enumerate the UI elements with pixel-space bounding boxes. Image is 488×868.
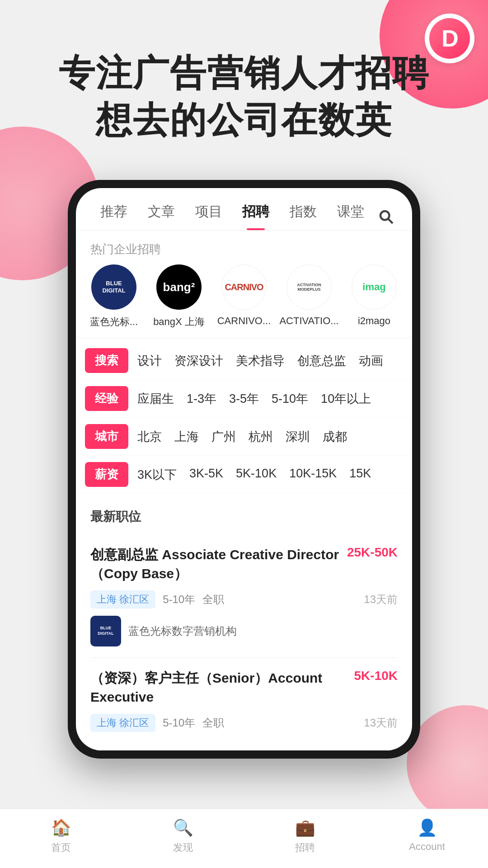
bottom-nav-home[interactable]: 🏠 首页 xyxy=(0,818,122,854)
filter-items-city: 北京 上海 广州 杭州 深圳 成都 xyxy=(137,429,403,445)
company-logo-carnivo: CARNIVO xyxy=(221,264,267,310)
job-card-2-experience: 5-10年 xyxy=(163,716,195,730)
tab-tuijian[interactable]: 推荐 xyxy=(90,203,138,230)
company-item-carnivo[interactable]: CARNIVO CARNIVO... xyxy=(217,264,271,329)
filter-item-animation[interactable]: 动画 xyxy=(359,353,383,369)
bottom-nav-home-label: 首页 xyxy=(51,841,71,854)
hero-line1: 专注广告营销人才招聘 xyxy=(59,53,429,93)
app-logo: D xyxy=(425,14,474,63)
company-logo-i2mago: imag xyxy=(352,264,397,310)
filter-tag-search[interactable]: 搜索 xyxy=(85,348,128,373)
filter-item-below-3k[interactable]: 3K以下 xyxy=(137,467,177,483)
tab-zhaopin[interactable]: 招聘 xyxy=(232,203,280,230)
filter-item-shenzhen[interactable]: 深圳 xyxy=(286,429,310,445)
job-card-2-title-row: （资深）客户主任（Senior）Account Executive 5K-10K xyxy=(90,669,398,707)
company-item-bangx[interactable]: bang² bangX 上海 xyxy=(152,264,206,329)
job-card-2-title: （资深）客户主任（Senior）Account Executive xyxy=(90,669,354,707)
filter-item-art-director[interactable]: 美术指导 xyxy=(236,353,285,369)
filter-item-hangzhou[interactable]: 杭州 xyxy=(249,429,273,445)
account-icon: 👤 xyxy=(417,818,437,837)
filter-item-senior-design[interactable]: 资深设计 xyxy=(174,353,223,369)
job-card-1-company-logo: BLUEDIGITAL xyxy=(90,616,121,646)
bottom-nav-account[interactable]: 👤 Account xyxy=(366,818,488,854)
company-item-i2mago[interactable]: imag i2mago xyxy=(347,264,401,329)
filter-items-search: 设计 资深设计 美术指导 创意总监 动画 xyxy=(137,353,403,369)
jobs-icon: 💼 xyxy=(295,818,315,837)
job-card-1-time: 13天前 xyxy=(364,592,398,607)
filter-item-15k-plus[interactable]: 15K xyxy=(349,467,371,483)
filter-items-experience: 应届生 1-3年 3-5年 5-10年 10年以上 xyxy=(137,391,403,407)
job-card-2-location: 上海 徐汇区 xyxy=(90,714,155,732)
latest-jobs-label: 最新职位 xyxy=(90,508,398,525)
filter-item-1-3yr[interactable]: 1-3年 xyxy=(187,391,216,407)
job-card-1-company-name: 蓝色光标数字营销机构 xyxy=(128,624,237,638)
phone-screen: 推荐 文章 项目 招聘 指数 课堂 xyxy=(76,188,412,750)
hero-title: 专注广告营销人才招聘 想去的公司在数英 xyxy=(27,50,461,144)
filter-item-shanghai[interactable]: 上海 xyxy=(174,429,199,445)
nav-tabs: 推荐 文章 项目 招聘 指数 课堂 xyxy=(76,188,412,231)
filter-item-fresh[interactable]: 应届生 xyxy=(137,391,174,407)
bottom-nav-jobs-label: 招聘 xyxy=(295,841,315,854)
company-name-i2mago: i2mago xyxy=(358,315,390,327)
job-card-1-experience: 5-10年 xyxy=(163,592,195,607)
company-logo-bangx: bang² xyxy=(156,264,202,310)
svg-point-0 xyxy=(380,211,389,220)
job-card-2[interactable]: （资深）客户主任（Senior）Account Executive 5K-10K… xyxy=(90,658,398,750)
company-name-bangx: bangX 上海 xyxy=(153,315,205,329)
hot-companies-label: 热门企业招聘 xyxy=(76,231,412,264)
filter-item-design[interactable]: 设计 xyxy=(137,353,162,369)
company-item-blue-digital[interactable]: BLUEDIGITAL 蓝色光标... xyxy=(87,264,141,329)
phone-mockup: 推荐 文章 项目 招聘 指数 课堂 xyxy=(0,180,488,759)
filter-item-10k-15k[interactable]: 10K-15K xyxy=(289,467,337,483)
app-logo-letter: D xyxy=(429,18,470,59)
filter-item-3k-5k[interactable]: 3K-5K xyxy=(189,467,223,483)
tab-wenzhang[interactable]: 文章 xyxy=(138,203,185,230)
company-name-carnivo: CARNIVO... xyxy=(217,315,271,327)
job-card-1-tags-row: 上海 徐汇区 5-10年 全职 13天前 xyxy=(90,590,398,609)
bottom-nav-jobs[interactable]: 💼 招聘 xyxy=(244,818,366,854)
filter-item-beijing[interactable]: 北京 xyxy=(137,429,162,445)
job-card-2-salary: 5K-10K xyxy=(354,669,398,683)
filter-section: 搜索 设计 资深设计 美术指导 创意总监 动画 经验 应届生 xyxy=(76,338,412,497)
filter-row-search: 搜索 设计 资深设计 美术指导 创意总监 动画 xyxy=(76,342,412,380)
filter-item-chengdu[interactable]: 成都 xyxy=(323,429,347,445)
home-icon: 🏠 xyxy=(51,818,71,837)
filter-row-experience: 经验 应届生 1-3年 3-5年 5-10年 10年以上 xyxy=(76,380,412,418)
bottom-nav-account-label: Account xyxy=(409,841,445,853)
discover-icon: 🔍 xyxy=(173,818,193,837)
filter-row-salary: 薪资 3K以下 3K-5K 5K-10K 10K-15K 15K xyxy=(76,456,412,494)
bottom-nav: 🏠 首页 🔍 发现 💼 招聘 👤 Account xyxy=(0,809,488,868)
tab-xiangmu[interactable]: 项目 xyxy=(185,203,232,230)
tab-zhishu[interactable]: 指数 xyxy=(280,203,327,230)
filter-tag-salary[interactable]: 薪资 xyxy=(85,462,128,487)
hero-section: 专注广告营销人才招聘 想去的公司在数英 xyxy=(0,0,488,171)
filter-items-salary: 3K以下 3K-5K 5K-10K 10K-15K 15K xyxy=(137,467,403,483)
svg-line-1 xyxy=(388,219,393,223)
filter-tag-experience[interactable]: 经验 xyxy=(85,386,128,411)
job-card-1[interactable]: 创意副总监 Associate Creative Director（Copy B… xyxy=(90,534,398,658)
filter-item-creative-director[interactable]: 创意总监 xyxy=(297,353,346,369)
job-card-1-type: 全职 xyxy=(202,592,224,607)
filter-item-5k-10k[interactable]: 5K-10K xyxy=(236,467,277,483)
job-card-1-company-row: BLUEDIGITAL 蓝色光标数字营销机构 xyxy=(90,616,398,646)
company-logo-activation: ACTIVATIONMODEPLUS xyxy=(286,264,332,310)
bottom-nav-discover[interactable]: 🔍 发现 xyxy=(122,818,244,854)
filter-tag-city[interactable]: 城市 xyxy=(85,424,128,449)
search-icon xyxy=(378,208,394,225)
tab-ketang[interactable]: 课堂 xyxy=(327,203,374,230)
hero-line2: 想去的公司在数英 xyxy=(96,100,392,140)
job-card-2-time: 13天前 xyxy=(364,716,398,730)
company-name-activation: ACTIVATIO... xyxy=(279,315,338,327)
filter-item-3-5yr[interactable]: 3-5年 xyxy=(229,391,259,407)
company-item-activation[interactable]: ACTIVATIONMODEPLUS ACTIVATIO... xyxy=(282,264,336,329)
job-card-2-type: 全职 xyxy=(202,716,224,730)
company-logo-blue-digital: BLUEDIGITAL xyxy=(91,264,136,310)
latest-jobs-section: 最新职位 创意副总监 Associate Creative Director（C… xyxy=(76,497,412,750)
job-card-2-tags-row: 上海 徐汇区 5-10年 全职 13天前 xyxy=(90,714,398,732)
filter-item-10yr-plus[interactable]: 10年以上 xyxy=(321,391,371,407)
filter-item-5-10yr[interactable]: 5-10年 xyxy=(272,391,308,407)
search-button[interactable] xyxy=(374,205,398,228)
phone-outer-frame: 推荐 文章 项目 招聘 指数 课堂 xyxy=(68,180,420,759)
job-card-1-location: 上海 徐汇区 xyxy=(90,590,155,609)
filter-item-guangzhou[interactable]: 广州 xyxy=(211,429,236,445)
